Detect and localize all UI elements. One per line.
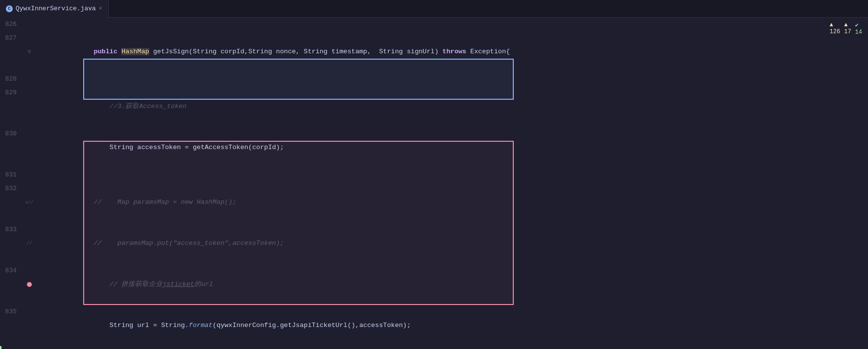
line-content: // paramsMap.put("access_token",accessTo… <box>34 223 829 264</box>
tab-close-button[interactable]: × <box>99 5 102 12</box>
line-number: 828 <box>0 72 24 86</box>
comment: // paramsMap.put("access_token",accessTo… <box>93 240 284 247</box>
fold-icon[interactable]: ▽ <box>28 49 31 55</box>
line-number: 827 <box>0 31 24 72</box>
gutter-icon <box>24 18 34 31</box>
code-area[interactable]: 826 827 ▽ public HashMap getJsSign(Strin… <box>0 18 829 349</box>
table-row: 834 // 拼接获取企业jsticket的url <box>0 264 829 305</box>
editor-container: C QywxInnerService.java × 826 827 <box>0 0 868 349</box>
warnings-bar: ▲ 126 ▲ 17 ✔ 14 <box>830 22 862 36</box>
line-content <box>34 168 829 182</box>
keyword-public: public <box>93 48 117 55</box>
gutter-icon: // <box>24 223 34 264</box>
table-row: 828 <box>0 72 829 86</box>
keyword-throws: throws <box>442 48 466 55</box>
line-content: //3.获取Access_token <box>34 86 829 127</box>
line-number: 835 <box>0 305 24 346</box>
type-hashmap: HashMap <box>121 48 149 55</box>
line-number: 829 <box>0 86 24 127</box>
line-content: String url = String.format(qywxInnerConf… <box>34 305 829 346</box>
method-format: format <box>189 322 213 329</box>
file-type-icon: C <box>6 5 13 12</box>
right-panel: ▲ 126 ▲ 17 ✔ 14 <box>829 18 868 349</box>
line-number: 826 <box>0 18 24 31</box>
gutter-icon <box>24 346 34 349</box>
table-row: 826 <box>0 18 829 31</box>
gutter-icon <box>24 127 34 168</box>
tab-label: QywxInnerService.java <box>16 5 96 12</box>
line-number: 832 <box>0 182 24 223</box>
gutter-icon <box>24 86 34 127</box>
line-content: // 拼接获取企业jsticket的url <box>34 264 829 305</box>
comment-marker: // <box>27 241 32 246</box>
table-row: 833 // // paramsMap.put("access_token",a… <box>0 223 829 264</box>
breakpoint-icon[interactable] <box>27 282 32 287</box>
fold-comment-icon[interactable]: ▽// <box>25 200 33 205</box>
table-row: 836 //4.获取jsticket <box>0 346 829 349</box>
green-change-bar <box>0 346 1 349</box>
table-row: 831 <box>0 168 829 182</box>
gutter-icon <box>24 168 34 182</box>
table-row: 832 ▽// // Map paramsMap = new HashMap()… <box>0 182 829 223</box>
line-content: //4.获取jsticket <box>34 346 829 349</box>
line-number: 830 <box>0 127 24 168</box>
gutter-icon[interactable]: ▽// <box>24 182 34 223</box>
line-content: // Map paramsMap = new HashMap(); <box>34 182 829 223</box>
table-row: 829 //3.获取Access_token <box>0 86 829 127</box>
line-content: public HashMap getJsSign(String corpId,S… <box>34 31 829 72</box>
warning-count: ▲ 126 <box>830 22 841 36</box>
tab-bar: C QywxInnerService.java × <box>0 0 868 18</box>
file-tab[interactable]: C QywxInnerService.java × <box>0 0 109 18</box>
line-content: String accessToken = getAccessToken(corp… <box>34 127 829 168</box>
ok-count: ✔ 14 <box>855 22 862 36</box>
line-number: 836 <box>0 346 24 349</box>
comment: // Map paramsMap = new HashMap(); <box>93 198 236 206</box>
line-content <box>34 72 829 86</box>
table-row: 835 String url = String.format(qywxInner… <box>0 305 829 346</box>
line-number: 831 <box>0 168 24 182</box>
line-number: 833 <box>0 223 24 264</box>
gutter-icon[interactable]: ▽ <box>24 31 34 72</box>
table-row: 827 ▽ public HashMap getJsSign(String co… <box>0 31 829 72</box>
comment: //3.获取Access_token <box>110 103 187 110</box>
gutter-icon <box>24 305 34 346</box>
gutter-icon <box>24 72 34 86</box>
warning-count2: ▲ 17 <box>844 22 851 36</box>
line-content <box>34 18 829 31</box>
editor-body: 826 827 ▽ public HashMap getJsSign(Strin… <box>0 18 868 349</box>
table-row: 830 String accessToken = getAccessToken(… <box>0 127 829 168</box>
comment: // 拼接获取企业jsticket的url <box>110 281 213 288</box>
gutter-icon[interactable] <box>24 264 34 305</box>
line-number: 834 <box>0 264 24 305</box>
